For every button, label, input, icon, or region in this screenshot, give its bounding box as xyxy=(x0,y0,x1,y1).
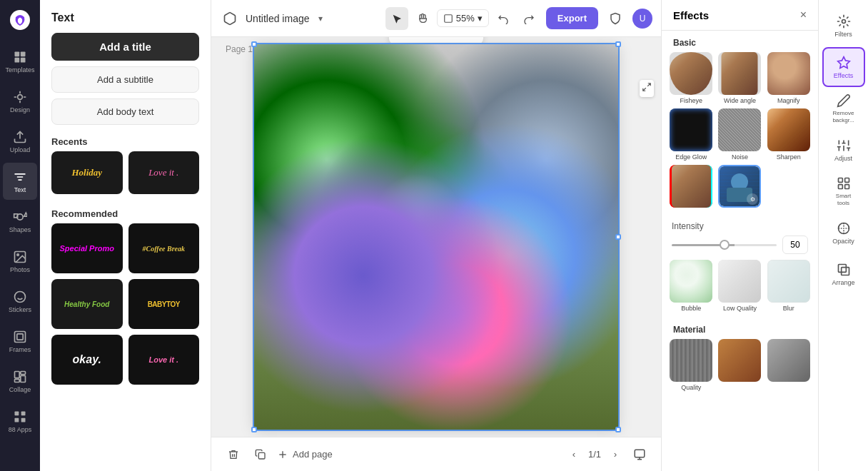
expand-button[interactable] xyxy=(640,80,654,97)
right-icon-effects[interactable]: Effects xyxy=(822,47,865,87)
svg-point-35 xyxy=(842,19,845,23)
trash-button[interactable] xyxy=(223,444,244,465)
resize-handle-tr[interactable] xyxy=(615,41,621,47)
page-navigation: ‹ 1/1 › xyxy=(565,446,624,463)
sidebar-item-apps[interactable]: 88 Apps xyxy=(3,402,37,440)
svg-rect-29 xyxy=(258,452,265,459)
rec-coffee-break[interactable]: #Coffee Break xyxy=(128,223,200,273)
right-icon-arrange[interactable]: Arrange xyxy=(822,254,865,294)
svg-rect-2 xyxy=(21,51,26,56)
sidebar-item-upload[interactable]: Upload xyxy=(3,123,37,160)
svg-rect-16 xyxy=(17,333,23,339)
effects-header: Effects × xyxy=(662,0,818,31)
svg-rect-3 xyxy=(15,57,20,62)
export-button[interactable]: Export xyxy=(546,7,598,29)
effect-magnify[interactable]: Magnify xyxy=(767,52,811,104)
basic-effects-grid: Fisheye Wide angle Magnify Edge Glow Noi… xyxy=(662,52,818,216)
effect-quality[interactable]: Quality xyxy=(669,339,713,391)
effect-noise[interactable]: Noise xyxy=(717,108,762,161)
canvas-container: ••• xyxy=(253,43,620,431)
copy-button[interactable] xyxy=(250,444,271,465)
effect-glitch1[interactable] xyxy=(669,165,713,210)
right-icon-remove-bg[interactable]: Removebackgr... xyxy=(822,88,865,128)
effect-glitch2[interactable]: ⚙ xyxy=(717,165,762,210)
text-panel: Text Add a title Add a subtitle Add body… xyxy=(40,0,211,471)
effect-wide-angle[interactable]: Wide angle xyxy=(717,52,762,104)
right-icon-opacity[interactable]: Opacity xyxy=(822,213,865,253)
next-page-button[interactable]: › xyxy=(607,446,624,463)
zoom-control[interactable]: 55% ▾ xyxy=(437,9,489,27)
svg-rect-22 xyxy=(21,411,26,415)
rec-babytoy[interactable]: BABYTOY xyxy=(128,279,200,329)
right-icon-smart-tools[interactable]: Smarttools xyxy=(822,171,865,211)
page-label: Page 1 xyxy=(226,44,253,54)
sidebar-item-design[interactable]: Design xyxy=(3,83,37,120)
sidebar-item-text[interactable]: Text xyxy=(3,163,37,200)
svg-rect-47 xyxy=(844,178,849,182)
effect-bubble[interactable]: Bubble xyxy=(669,260,713,312)
canvas-area[interactable]: Page 1 ••• xyxy=(211,37,661,437)
resize-handle-br[interactable] xyxy=(615,427,621,432)
rec-special-promo[interactable]: Special Promo xyxy=(51,223,123,273)
crop-button[interactable] xyxy=(392,37,412,41)
effect-edge-glow[interactable]: Edge Glow xyxy=(669,108,713,161)
undo-button[interactable] xyxy=(492,7,515,30)
sidebar-item-shapes[interactable]: Shapes xyxy=(3,203,37,240)
recent-holiday[interactable]: Holiday xyxy=(51,151,123,194)
resize-handle-r[interactable] xyxy=(615,234,621,240)
svg-rect-51 xyxy=(838,264,846,272)
intensity-slider[interactable] xyxy=(672,244,777,246)
svg-rect-20 xyxy=(15,379,20,382)
bottom-bar: Add page ‹ 1/1 › xyxy=(211,437,661,471)
material-effects-grid: Quality xyxy=(662,339,818,397)
svg-rect-32 xyxy=(635,450,645,457)
effect-blur[interactable]: Blur xyxy=(767,260,811,312)
present-button[interactable] xyxy=(630,445,650,465)
sidebar-item-templates[interactable]: Templates xyxy=(3,43,37,80)
svg-rect-48 xyxy=(838,185,842,189)
effects-close-button[interactable]: × xyxy=(800,9,807,21)
recent-loveit[interactable]: Love it . xyxy=(128,151,200,194)
intensity-row: 50 xyxy=(672,236,808,254)
sidebar-item-collage[interactable]: Collage xyxy=(3,363,37,400)
recents-grid: Holiday Love it . xyxy=(40,151,211,200)
svg-rect-46 xyxy=(838,178,842,182)
rec-okay[interactable]: okay. xyxy=(51,335,123,385)
right-icon-filters[interactable]: Filters xyxy=(822,6,865,46)
add-subtitle-button[interactable]: Add a subtitle xyxy=(51,66,199,93)
effect-fisheye[interactable]: Fisheye xyxy=(669,52,713,104)
pan-tool-button[interactable] xyxy=(411,7,434,30)
sidebar-item-frames[interactable]: Frames xyxy=(3,323,37,360)
effect-mat3[interactable] xyxy=(767,339,811,391)
redo-button[interactable] xyxy=(518,7,540,30)
app-logo[interactable] xyxy=(3,6,37,34)
canvas-frame[interactable] xyxy=(254,44,618,430)
resize-handle-bl[interactable] xyxy=(251,427,257,432)
right-sidebar: Filters Effects Removebackgr... Adjust S… xyxy=(818,0,868,471)
resize-handle-tl[interactable] xyxy=(251,41,257,47)
effect-low-quality[interactable]: Low Quality xyxy=(717,260,762,312)
select-tool-button[interactable] xyxy=(385,7,408,30)
add-title-button[interactable]: Add a title xyxy=(51,33,199,61)
sidebar-item-stickers[interactable]: Stickers xyxy=(3,283,37,320)
intensity-value[interactable]: 50 xyxy=(782,236,808,254)
rec-healthy-food[interactable]: Healthy Food xyxy=(51,279,123,329)
document-menu-button[interactable]: ▾ xyxy=(316,12,326,25)
effect-mat2[interactable] xyxy=(717,339,762,391)
effect-sharpen[interactable]: Sharpen xyxy=(767,108,811,161)
add-body-button[interactable]: Add body text xyxy=(51,98,199,125)
right-icon-adjust[interactable]: Adjust xyxy=(822,130,865,170)
add-page-button[interactable]: Add page xyxy=(277,449,333,460)
duplicate-button[interactable] xyxy=(438,37,458,41)
shield-button[interactable] xyxy=(604,7,627,30)
toolbar-icons: 55% ▾ xyxy=(385,7,540,30)
compare-button[interactable] xyxy=(415,37,435,41)
more-options-button[interactable]: ••• xyxy=(460,37,480,41)
rec-loveit2[interactable]: Love it . xyxy=(128,335,200,385)
sidebar-item-photos[interactable]: Photos xyxy=(3,243,37,280)
svg-rect-49 xyxy=(844,185,849,189)
text-panel-header: Text xyxy=(40,0,211,30)
svg-rect-4 xyxy=(21,57,26,62)
prev-page-button[interactable]: ‹ xyxy=(565,446,582,463)
user-avatar[interactable]: U xyxy=(632,9,652,29)
